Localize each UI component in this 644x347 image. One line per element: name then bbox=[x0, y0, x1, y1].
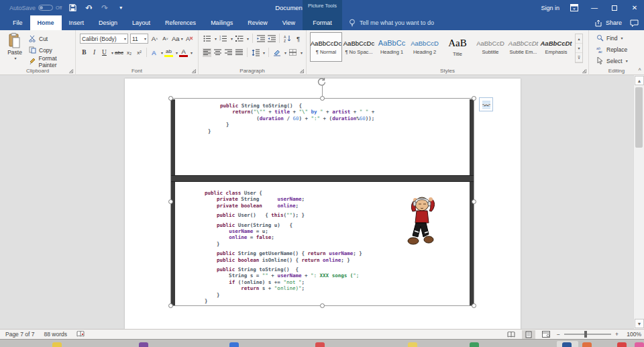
restore-button[interactable] bbox=[609, 3, 620, 13]
resize-handle-bottom-left[interactable] bbox=[168, 303, 173, 308]
underline-dropdown[interactable]: ▾ bbox=[111, 50, 113, 55]
borders-icon[interactable] bbox=[288, 48, 297, 57]
share-button[interactable]: Share bbox=[595, 19, 622, 27]
clipboard-dialog-launcher[interactable] bbox=[69, 69, 73, 73]
proofing-icon[interactable] bbox=[76, 331, 85, 338]
font-color-button[interactable]: A bbox=[179, 48, 188, 57]
tab-format[interactable]: Format bbox=[303, 15, 342, 30]
line-spacing-icon[interactable] bbox=[251, 48, 260, 57]
resize-handle-top-left[interactable] bbox=[168, 96, 173, 101]
print-layout-icon[interactable] bbox=[522, 330, 535, 339]
close-button[interactable]: ✕ bbox=[629, 3, 640, 13]
shrink-font-button[interactable]: A˅ bbox=[161, 34, 170, 44]
document-area[interactable]: public String toString() { return("\"" +… bbox=[0, 75, 644, 329]
highlight-button[interactable]: ab bbox=[164, 48, 173, 57]
sign-in-button[interactable]: Sign in bbox=[541, 5, 559, 11]
superscript-button[interactable]: x² bbox=[135, 48, 144, 57]
bullets-dropdown[interactable]: ▾ bbox=[215, 36, 217, 41]
text-effects-button[interactable]: A bbox=[150, 48, 158, 57]
style-subtitle[interactable]: AaBbCcD Subtitle bbox=[474, 32, 506, 62]
line-spacing-dropdown[interactable]: ▾ bbox=[263, 50, 265, 55]
redo-icon[interactable]: ↷ bbox=[99, 3, 110, 13]
resize-handle-middle-right[interactable] bbox=[472, 199, 476, 204]
decrease-indent-icon[interactable] bbox=[256, 34, 265, 43]
web-layout-icon[interactable] bbox=[539, 330, 553, 339]
multilevel-list-icon[interactable] bbox=[235, 34, 244, 43]
ribbon-display-options-icon[interactable] bbox=[569, 3, 580, 13]
taskbar-strip[interactable] bbox=[0, 339, 644, 347]
taskbar-app-icon[interactable] bbox=[315, 342, 325, 347]
numbering-icon[interactable]: 12 bbox=[219, 34, 227, 43]
underline-button[interactable]: U bbox=[100, 48, 109, 57]
format-painter-button[interactable]: Format Painter bbox=[28, 56, 75, 66]
zoom-in-button[interactable]: + bbox=[615, 331, 619, 338]
font-dialog-launcher[interactable] bbox=[192, 69, 196, 73]
vertical-scrollbar[interactable]: ▲ ▼ bbox=[633, 75, 644, 329]
paragraph-dialog-launcher[interactable] bbox=[300, 69, 304, 73]
tab-mailings[interactable]: Mailings bbox=[203, 15, 240, 30]
clear-formatting-icon[interactable]: A bbox=[185, 34, 194, 44]
taskbar-app-icon[interactable] bbox=[617, 342, 627, 347]
resize-handle-bottom-right[interactable] bbox=[472, 303, 476, 308]
align-left-icon[interactable] bbox=[203, 48, 211, 57]
styles-dialog-launcher[interactable] bbox=[582, 69, 586, 73]
strikethrough-button[interactable]: abc bbox=[115, 48, 123, 57]
taskbar-app-icon[interactable] bbox=[562, 342, 572, 347]
style-normal[interactable]: AaBbCcDc ¶ Normal bbox=[310, 32, 342, 62]
tab-file[interactable]: File bbox=[5, 15, 30, 30]
style-emphasis[interactable]: AaBbCcDt Emphasis bbox=[540, 32, 572, 62]
subscript-button[interactable]: x₂ bbox=[125, 48, 133, 57]
highlight-dropdown[interactable]: ▾ bbox=[176, 50, 178, 55]
font-color-dropdown[interactable]: ▾ bbox=[191, 50, 193, 55]
tab-design[interactable]: Design bbox=[91, 15, 125, 30]
font-size-combo[interactable]: 11▾ bbox=[130, 34, 148, 44]
styles-scroll-up-icon[interactable]: ▴ bbox=[576, 34, 582, 44]
bold-button[interactable]: B bbox=[80, 48, 89, 57]
resize-handle-bottom-center[interactable] bbox=[320, 303, 325, 308]
minimize-button[interactable]: — bbox=[589, 3, 600, 13]
styles-scroll-down-icon[interactable]: ▾ bbox=[576, 44, 582, 53]
read-mode-icon[interactable] bbox=[504, 330, 518, 339]
comments-icon[interactable] bbox=[630, 19, 639, 27]
save-icon[interactable] bbox=[67, 3, 78, 13]
zoom-slider[interactable] bbox=[564, 334, 611, 335]
taskbar-app-icon[interactable] bbox=[52, 342, 62, 347]
tab-home[interactable]: Home bbox=[30, 15, 62, 30]
zoom-out-button[interactable]: − bbox=[557, 331, 560, 338]
selected-picture[interactable]: public String toString() { return("\"" +… bbox=[171, 99, 474, 305]
justify-icon[interactable] bbox=[235, 48, 244, 57]
resize-handle-top-right[interactable] bbox=[472, 96, 476, 101]
tab-view[interactable]: View bbox=[275, 15, 303, 30]
word-count[interactable]: 88 words bbox=[44, 331, 67, 338]
collapse-ribbon-icon[interactable]: ˄ bbox=[638, 66, 641, 72]
shading-dropdown[interactable]: ▾ bbox=[284, 50, 286, 55]
tab-references[interactable]: References bbox=[158, 15, 203, 30]
shading-icon[interactable] bbox=[272, 48, 281, 57]
numbering-dropdown[interactable]: ▾ bbox=[231, 36, 233, 41]
replace-button[interactable]: abac Replace bbox=[596, 44, 628, 54]
align-right-icon[interactable] bbox=[224, 48, 233, 57]
style-subtle-emphasis[interactable]: AaBbCcDt Subtle Em... bbox=[507, 32, 539, 62]
align-center-icon[interactable] bbox=[213, 48, 222, 57]
resize-handle-middle-left[interactable] bbox=[168, 199, 173, 204]
style-heading2[interactable]: AaBbCcD Heading 2 bbox=[409, 32, 441, 62]
taskbar-app-icon[interactable] bbox=[139, 342, 148, 347]
borders-dropdown[interactable]: ▾ bbox=[301, 50, 303, 55]
pilcrow-button[interactable]: ¶ bbox=[294, 34, 303, 43]
zoom-percentage[interactable]: 100% bbox=[623, 331, 641, 338]
taskbar-app-icon[interactable] bbox=[582, 342, 592, 347]
styles-more-icon[interactable]: ⊽ bbox=[576, 53, 582, 62]
undo-icon[interactable]: ↶▾ bbox=[83, 3, 94, 13]
taskbar-app-icon[interactable] bbox=[408, 342, 417, 347]
autosave-toggle[interactable]: AutoSave Off bbox=[9, 5, 62, 11]
scroll-up-icon[interactable]: ▲ bbox=[635, 76, 644, 85]
scrollbar-thumb[interactable] bbox=[635, 87, 643, 148]
tab-review[interactable]: Review bbox=[240, 15, 275, 30]
paste-button[interactable]: Paste ▾ bbox=[3, 33, 26, 70]
taskbar-app-icon[interactable] bbox=[229, 342, 239, 347]
scroll-down-icon[interactable]: ▼ bbox=[635, 319, 644, 328]
text-effects-dropdown[interactable]: ▾ bbox=[161, 50, 163, 55]
tab-layout[interactable]: Layout bbox=[125, 15, 158, 30]
taskbar-app-icon[interactable] bbox=[635, 342, 644, 347]
increase-indent-icon[interactable] bbox=[267, 34, 276, 43]
